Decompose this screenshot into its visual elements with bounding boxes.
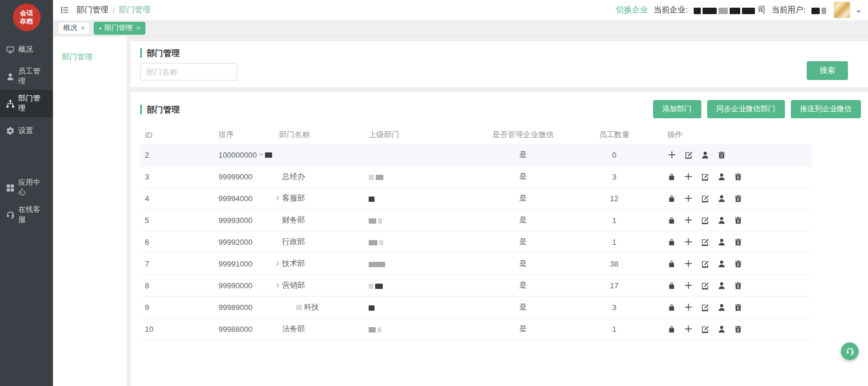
cell-actions [655,324,811,334]
members-icon[interactable] [717,281,726,290]
lock-icon[interactable] [667,238,676,247]
redacted-block [377,327,382,332]
table-row[interactable]: 799991000技术部是38 [140,253,811,275]
table-row[interactable]: 1099988000法务部是1 [140,318,811,340]
search-button[interactable]: 搜索 [807,61,848,80]
table-row[interactable]: 2100000000是0 [140,144,811,166]
sidebar-item-apps[interactable]: 应用中心 [0,174,53,201]
lock-icon[interactable] [667,259,676,268]
switch-company-link[interactable]: 切换企业 [616,5,648,15]
department-name: 技术部 [282,258,305,269]
department-name-input[interactable] [140,63,237,81]
sync-wecom-departments-button[interactable]: 同步企业微信部门 [707,100,785,118]
delete-icon[interactable] [734,238,743,247]
redacted-block [369,305,375,311]
lock-icon[interactable] [667,281,676,290]
sidebar-item-employee[interactable]: 员工管理 [0,63,53,90]
redacted-block [379,240,383,245]
cell-id: 2 [140,151,214,159]
add-icon[interactable] [684,259,693,268]
chevron-down-icon[interactable] [856,11,861,15]
delete-icon[interactable] [734,216,743,225]
cell-name: 财务部 [255,215,364,225]
sidebar-item-service[interactable]: 在线客服 [0,201,53,228]
help-fab-button[interactable] [841,342,859,360]
cell-actions [655,172,811,181]
table-row[interactable]: 899990000营销部是17 [140,275,811,297]
push-to-wecom-button[interactable]: 推送到企业微信 [791,100,862,118]
edit-icon[interactable] [701,259,710,268]
edit-icon[interactable] [701,303,710,312]
lock-icon[interactable] [667,172,676,181]
table-row[interactable]: 599993000财务部是1 [140,209,811,231]
expand-icon[interactable] [274,282,282,289]
close-tab-icon[interactable]: × [81,24,85,32]
add-icon[interactable] [667,150,677,159]
overview-icon [6,45,15,54]
close-tab-icon[interactable]: × [136,24,140,32]
add-icon[interactable] [684,281,693,290]
add-icon[interactable] [684,194,693,203]
tab-1[interactable]: ●部门管理× [94,22,145,35]
members-icon[interactable] [701,151,710,159]
add-icon[interactable] [684,172,693,181]
delete-icon[interactable] [734,172,743,181]
delete-icon[interactable] [734,325,743,334]
redacted-block [730,8,740,14]
expand-icon[interactable] [274,195,282,202]
edit-icon[interactable] [701,172,710,181]
collapse-menu-icon[interactable] [60,5,69,15]
cell-parent [364,194,473,203]
cell-employee-count: 1 [573,216,655,225]
tab-0[interactable]: 概况× [58,22,90,35]
members-icon[interactable] [717,172,726,181]
subnav-item-departments[interactable]: 部门管理 [53,52,127,62]
delete-icon[interactable] [734,194,743,203]
members-icon[interactable] [717,325,726,334]
edit-icon[interactable] [684,151,693,159]
lock-icon[interactable] [667,325,676,334]
lock-icon[interactable] [667,216,676,225]
members-icon[interactable] [717,238,726,247]
cell-actions [655,281,811,290]
table-row[interactable]: 699992000行政部是1 [140,231,811,253]
sidebar-item-settings[interactable]: 设置 [0,117,53,144]
lock-icon[interactable] [667,194,676,203]
add-icon[interactable] [684,237,693,247]
members-icon[interactable] [717,194,726,203]
tab-label: 概况 [63,23,77,33]
department-icon [6,99,15,108]
expand-icon[interactable] [274,260,282,267]
edit-icon[interactable] [701,281,710,290]
table-row[interactable]: 999989000科技是3 [140,297,811,318]
table-row[interactable]: 399999000总经办是3 [140,166,811,188]
add-icon[interactable] [684,302,693,312]
add-icon[interactable] [684,215,693,225]
edit-icon[interactable] [701,194,710,203]
cell-parent [364,216,473,225]
sidebar-item-department[interactable]: 部门管理 [0,90,53,117]
members-icon[interactable] [717,303,726,312]
delete-icon[interactable] [734,259,743,268]
edit-icon[interactable] [701,216,710,225]
cell-id: 9 [140,303,214,312]
lock-icon[interactable] [667,303,676,312]
breadcrumb-section[interactable]: 部门管理 [77,5,108,15]
add-department-button[interactable]: 添加部门 [653,100,701,118]
collapse-icon[interactable] [257,151,265,158]
delete-icon[interactable] [734,303,743,312]
members-icon[interactable] [717,259,726,268]
cell-name: 行政部 [255,237,364,247]
edit-icon[interactable] [701,325,710,334]
cell-sort: 99989000 [214,303,255,312]
members-icon[interactable] [717,216,726,225]
user-avatar[interactable] [834,2,850,18]
delete-icon[interactable] [717,151,726,159]
table-row[interactable]: 499994000客服部是12 [140,188,811,209]
cell-actions [655,150,811,159]
edit-icon[interactable] [701,238,710,247]
sidebar-item-overview[interactable]: 概况 [0,36,53,63]
add-icon[interactable] [684,324,693,334]
service-icon [6,211,15,219]
delete-icon[interactable] [734,281,743,290]
